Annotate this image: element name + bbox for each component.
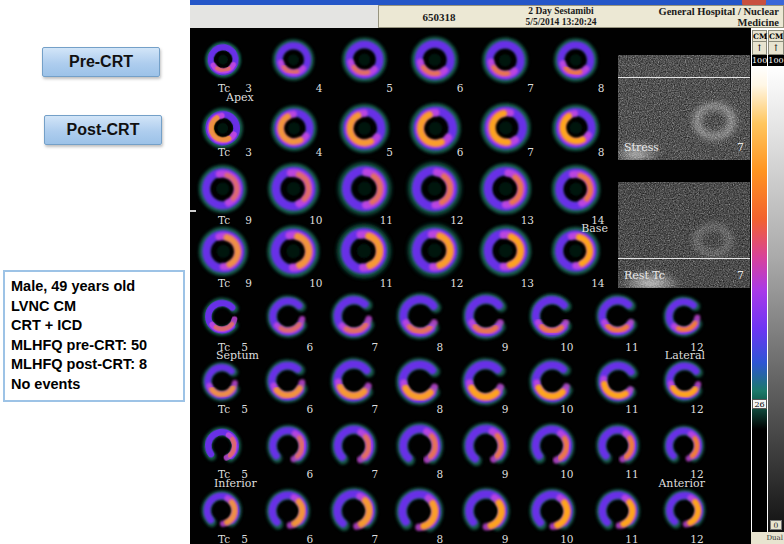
patient-info-line: LVNC CM [11,297,183,317]
slice-number-label: 3 [226,147,252,158]
slice-number-label: 11 [613,342,639,353]
colorbar-unit-label: CM [768,30,784,42]
patient-info-box: Male, 49 years old LVNC CM CRT + ICD MLH… [3,270,185,402]
study-name-datetime: 2 Day Sestamibi 5/5/2014 13:20:24 [499,6,623,27]
spect-slice [521,415,583,475]
patient-id: 650318 [379,11,499,23]
post-crt-button[interactable]: Post-CRT [44,115,162,145]
slice-number-label: 12 [678,404,704,415]
study-header: 650318 2 Day Sestamibi 5/5/2014 13:20:24… [378,5,784,28]
colorbar-unit-label: CM [752,30,767,42]
slice-number-label: 6 [287,469,313,480]
pre-crt-button[interactable]: Pre-CRT [42,47,160,77]
spect-slice [331,157,398,220]
spect-slice [388,287,452,349]
slice-number-label: 8 [417,534,443,544]
slice-number-label: 9 [482,534,508,544]
spect-slice [259,417,317,473]
spect-slice [196,420,248,470]
slice-number-label: 5 [367,83,393,94]
gray-scale-bar: CM ↑ 100 0 Dual [768,30,784,544]
slice-number-label: 11 [613,534,639,544]
slice-number-label: 10 [548,342,574,353]
gray-gradient-bar[interactable]: 0 Dual [768,66,784,544]
orientation-label-anterior: Anterior [658,478,705,490]
patient-info-line: MLHFQ post-CRT: 8 [11,355,183,375]
spect-slice [521,480,584,541]
spect-slice [588,416,648,474]
pre-crt-label: Pre-CRT [69,53,133,71]
spect-slice [476,33,534,88]
orientation-label-apex: Apex [226,92,254,104]
slice-number-label: 10 [297,278,323,289]
spect-slice [405,32,464,88]
post-crt-label: Post-CRT [67,121,140,139]
spect-slice-viewer[interactable]: Tc345678Tc345678Tc91011121314Tc910111213… [190,28,751,544]
rest-scout-label: Rest Tc [624,269,665,282]
lower-threshold-marker[interactable]: 26 [752,399,767,409]
spect-slice [267,35,320,85]
stress-scout-slice-number: 7 [737,141,744,154]
spect-slice [192,160,253,218]
patient-info-line: MLHFQ pre-CRT: 50 [11,336,183,356]
spect-slice [401,219,468,282]
slice-number-label: 6 [438,83,464,94]
slice-number-label: 7 [352,404,378,415]
slice-number-label: 6 [438,147,464,158]
up-arrow-icon[interactable]: ↑ [752,42,767,55]
slice-number-label: 9 [226,278,252,289]
slice-number-label: 7 [508,83,534,94]
spect-slice [322,479,386,541]
spect-slice [454,287,518,349]
slice-number-label: 4 [297,83,323,94]
spect-slice [548,34,603,86]
slice-number-label: 7 [352,534,378,544]
orientation-label-inferior: Inferior [214,478,257,490]
slice-number-label: 8 [579,83,605,94]
up-arrow-icon[interactable]: ↑ [768,42,784,55]
colorbar-max-value: 100 [752,55,767,66]
orientation-label-base: Base [558,223,608,235]
slice-number-label: 5 [222,534,248,544]
spect-slice [336,33,393,86]
orientation-label-lateral: Lateral [665,350,705,362]
slice-number-label: 7 [352,342,378,353]
spect-slice [473,158,538,219]
spect-slice [454,479,519,541]
spect-slice [656,418,712,472]
patient-info-line: No events [11,375,183,395]
rest-scout-image[interactable]: Rest Tc 7 [618,182,750,288]
colorbar-max-value: 100 [768,55,784,66]
color-gradient-bar[interactable]: 26 [752,66,767,544]
slice-number-label: 10 [548,469,574,480]
spect-slice [330,219,398,283]
spect-slice [258,481,318,539]
slice-number-label: 11 [613,469,639,480]
spect-slice [656,482,713,537]
spect-slice [588,481,648,539]
scout-divider-line [618,77,750,78]
patient-info-line: CRT + ICD [11,316,183,336]
slide: Pre-CRT Post-CRT Male, 49 years old LVNC… [0,0,784,544]
spect-slice [545,160,607,218]
spect-slice [521,288,583,348]
spect-slice [656,291,712,345]
spect-slice [401,157,468,220]
spect-slice [195,357,249,409]
color-scale-bar: CM ↑ 100 26 [752,30,767,544]
spect-slice [192,222,255,281]
slice-number-label: 10 [548,534,574,544]
spect-slice [454,414,518,476]
spect-slice [197,104,249,152]
spect-slice [261,158,326,219]
slice-number-label: 11 [613,404,639,415]
slice-number-label: 7 [508,147,534,158]
spect-slice [200,38,246,81]
slice-number-label: 4 [297,147,323,158]
slice-number-label: 6 [287,534,313,544]
institution-name: General Hospital / Nuclear Medicine [623,6,783,28]
spect-slice [388,414,452,476]
scout-divider-line [618,258,750,259]
stress-scout-image[interactable]: Stress 7 [618,55,750,160]
window-toolbar-strip [190,5,378,28]
